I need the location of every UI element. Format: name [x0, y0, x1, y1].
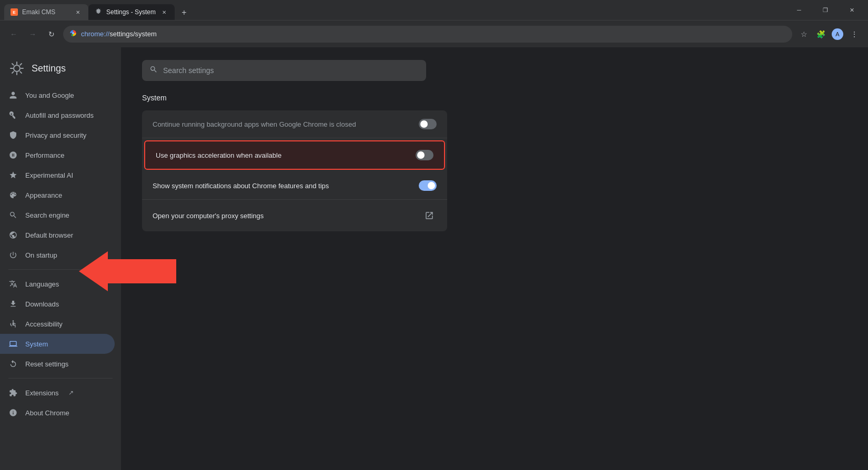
sidebar-divider-1: [8, 269, 113, 270]
address-bar: ← → ↻ chrome://settings/system ☆ 🧩 A: [0, 20, 868, 47]
extension-icon: [8, 388, 18, 397]
search-input[interactable]: [163, 66, 419, 75]
sidebar-item-search-engine-label: Search engine: [25, 211, 69, 219]
settings-card: Continue running background apps when Go…: [142, 110, 447, 231]
extensions-external-icon: ↗: [68, 389, 74, 396]
tab-settings-close[interactable]: ✕: [160, 8, 168, 16]
sidebar-item-on-startup[interactable]: On startup: [0, 245, 115, 265]
sidebar-item-default-browser-label: Default browser: [25, 231, 73, 239]
bookmark-button[interactable]: ☆: [796, 27, 811, 42]
tab-bar: E Emaki CMS ✕ Settings - System ✕ +: [4, 0, 783, 20]
person-icon: [8, 90, 18, 100]
download-icon: [8, 299, 18, 309]
notifications-toggle[interactable]: [419, 180, 437, 191]
settings-header: Settings: [0, 56, 121, 85]
sidebar-item-reset-settings-label: Reset settings: [25, 360, 68, 368]
menu-button[interactable]: ⋮: [847, 27, 862, 42]
shield-icon: [8, 130, 18, 140]
sidebar-item-performance-label: Performance: [25, 151, 64, 159]
tab-settings[interactable]: Settings - System ✕: [88, 4, 175, 20]
new-tab-button[interactable]: +: [177, 5, 191, 20]
sidebar-item-default-browser[interactable]: Default browser: [0, 225, 115, 245]
sidebar-divider-2: [8, 378, 113, 379]
sidebar-item-extensions-label: Extensions: [25, 389, 59, 397]
globe-icon: [8, 230, 18, 240]
proxy-external-link[interactable]: [422, 208, 437, 223]
sidebar-item-system-label: System: [25, 340, 48, 348]
emaki-favicon: E: [11, 8, 18, 16]
sidebar-item-about-chrome-label: About Chrome: [25, 409, 69, 417]
address-actions: ☆ 🧩 A ⋮: [796, 27, 862, 42]
search-icon: [8, 210, 18, 220]
speedometer-icon: [8, 150, 18, 160]
back-button[interactable]: ←: [6, 27, 21, 42]
search-bar-icon: [149, 65, 158, 76]
sidebar-item-downloads[interactable]: Downloads: [0, 294, 115, 314]
graphics-acceleration-toggle-knob: [417, 151, 425, 159]
sidebar-item-about-chrome[interactable]: About Chrome: [0, 403, 115, 423]
settings-row-graphics: Use graphics acceleration when available: [145, 141, 444, 169]
tab-emaki-title: Emaki CMS: [22, 8, 69, 16]
window-controls: ─ ❐ ✕: [787, 2, 864, 18]
sidebar-item-on-startup-label: On startup: [25, 251, 57, 259]
power-icon: [8, 250, 18, 260]
sidebar-item-accessibility-label: Accessibility: [25, 320, 63, 328]
sidebar: Settings You and Google Autofill and pas…: [0, 47, 121, 470]
sidebar-item-languages[interactable]: Languages: [0, 274, 115, 294]
key-icon: [8, 110, 18, 120]
sidebar-item-reset-settings[interactable]: Reset settings: [0, 354, 115, 374]
settings-row-notifications: Show system notifications about Chrome f…: [142, 172, 447, 200]
sidebar-item-downloads-label: Downloads: [25, 300, 59, 308]
background-apps-toggle-knob: [420, 120, 428, 128]
tab-emaki[interactable]: E Emaki CMS ✕: [4, 4, 88, 20]
settings-row-proxy: Open your computer's proxy settings: [142, 200, 447, 231]
sidebar-item-you-and-google[interactable]: You and Google: [0, 85, 115, 105]
section-title: System: [142, 94, 847, 102]
reload-button[interactable]: ↻: [44, 27, 59, 42]
close-button[interactable]: ✕: [840, 2, 864, 18]
svg-point-0: [72, 32, 75, 35]
sidebar-item-system[interactable]: System: [0, 334, 115, 354]
url-bar[interactable]: chrome://settings/system: [63, 26, 792, 43]
notifications-label: Show system notifications about Chrome f…: [153, 182, 419, 190]
settings-logo-icon: [8, 60, 25, 77]
graphics-acceleration-highlight-box: Use graphics acceleration when available: [144, 140, 445, 170]
sidebar-item-autofill[interactable]: Autofill and passwords: [0, 105, 115, 125]
proxy-label: Open your computer's proxy settings: [153, 212, 422, 220]
info-icon: [8, 408, 18, 417]
sidebar-item-accessibility[interactable]: Accessibility: [0, 314, 115, 334]
search-bar-container: [142, 60, 847, 81]
graphics-acceleration-label: Use graphics acceleration when available: [156, 151, 416, 159]
settings-favicon: [95, 8, 102, 16]
forward-button[interactable]: →: [25, 27, 40, 42]
notifications-toggle-knob: [428, 182, 435, 189]
graphics-acceleration-toggle[interactable]: [416, 150, 433, 160]
star-icon: [8, 170, 18, 180]
system-icon: [8, 339, 18, 349]
sidebar-item-appearance[interactable]: Appearance: [0, 185, 115, 205]
accessibility-icon: [8, 319, 18, 329]
sidebar-item-appearance-label: Appearance: [25, 191, 62, 199]
settings-row-background-apps: Continue running background apps when Go…: [142, 110, 447, 138]
reset-icon: [8, 359, 18, 369]
extensions-button[interactable]: 🧩: [813, 27, 828, 42]
minimize-button[interactable]: ─: [787, 2, 811, 18]
browser-content: Settings You and Google Autofill and pas…: [0, 47, 868, 470]
sidebar-item-privacy-label: Privacy and security: [25, 131, 86, 139]
browser-frame: E Emaki CMS ✕ Settings - System ✕ + ─ ❐: [0, 0, 868, 470]
tab-emaki-close[interactable]: ✕: [74, 8, 82, 16]
search-bar[interactable]: [142, 60, 426, 81]
sidebar-item-experimental-ai[interactable]: Experimental AI: [0, 165, 115, 185]
maximize-button[interactable]: ❐: [813, 2, 837, 18]
sidebar-item-privacy[interactable]: Privacy and security: [0, 125, 115, 145]
chrome-icon: [69, 29, 77, 38]
settings-title: Settings: [32, 63, 66, 74]
sidebar-item-search-engine[interactable]: Search engine: [0, 205, 115, 225]
sidebar-item-extensions[interactable]: Extensions ↗: [0, 383, 115, 403]
palette-icon: [8, 190, 18, 200]
main-content: System Continue running background apps …: [121, 47, 868, 470]
sidebar-item-performance[interactable]: Performance: [0, 145, 115, 165]
background-apps-toggle[interactable]: [419, 119, 437, 129]
title-bar: E Emaki CMS ✕ Settings - System ✕ + ─ ❐: [0, 0, 868, 20]
profile-button[interactable]: A: [830, 27, 845, 42]
